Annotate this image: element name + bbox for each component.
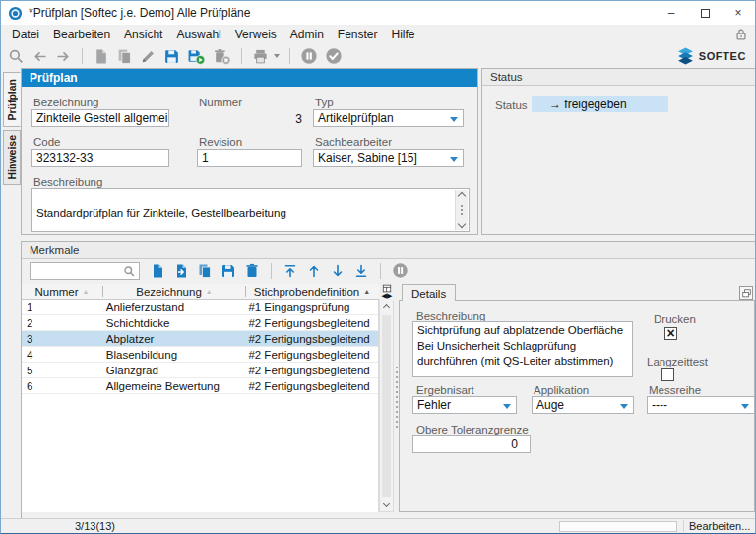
table-cell-nummer: 6 <box>22 378 102 393</box>
menu-fenster[interactable]: Fenster <box>331 26 385 43</box>
back-icon[interactable] <box>32 48 48 65</box>
mode-indicator: Bearbeiten... <box>689 520 750 532</box>
table-scrollbar[interactable] <box>379 300 394 512</box>
table-row[interactable]: 3Abplatzer#2 Fertigungsbegleitend <box>22 331 378 347</box>
table-cell-bezeichnung: Blasenbildung <box>102 347 245 362</box>
scroll-up-icon[interactable] <box>458 192 466 200</box>
scroll-up-button[interactable] <box>380 300 393 314</box>
restore-panel-button[interactable] <box>739 286 753 300</box>
lock-icon[interactable] <box>734 28 748 41</box>
bezeichnung-input[interactable]: Zinkteile Gestell allgemein <box>32 109 169 127</box>
sachbearbeiter-dropdown[interactable]: Kaiser, Sabine [15] <box>313 149 464 167</box>
copy-row-icon[interactable] <box>197 263 213 279</box>
row-pause-icon[interactable] <box>392 262 409 279</box>
code-input[interactable]: 323132-33 <box>32 149 169 167</box>
close-button[interactable]: × <box>722 1 755 25</box>
menu-bearbeiten[interactable]: Bearbeiten <box>46 26 117 43</box>
table-row[interactable]: 5Glanzgrad#2 Fertigungsbegleitend <box>22 363 378 378</box>
restore-panel-icon <box>742 289 751 298</box>
applikation-label: Applikation <box>534 384 589 396</box>
merkmale-panel: Merkmale <box>21 241 756 520</box>
menu-ansicht[interactable]: Ansicht <box>117 26 169 43</box>
maximize-button[interactable] <box>688 1 722 25</box>
copy-document-icon[interactable] <box>116 48 133 65</box>
edit-pencil-icon[interactable] <box>140 48 157 65</box>
scroll-thumb[interactable] <box>382 315 391 497</box>
langzeittest-checkbox[interactable] <box>662 368 674 381</box>
delete-row-icon[interactable] <box>244 263 260 279</box>
print-icon[interactable] <box>252 48 269 65</box>
beschreibung-scrollbar[interactable] <box>455 190 468 230</box>
drucken-label: Drucken <box>654 313 696 325</box>
typ-dropdown[interactable]: Artikelprüfplan <box>313 109 464 127</box>
search-icon <box>123 265 136 278</box>
table-cell-stichprobe: #1 Eingangsprüfung <box>244 300 378 314</box>
move-first-icon[interactable] <box>283 263 298 279</box>
menu-hilfe[interactable]: Hilfe <box>385 26 422 43</box>
app-icon <box>8 6 23 21</box>
delete-icon[interactable] <box>213 48 231 65</box>
column-header-bezeichnung[interactable]: Bezeichnung ▲ <box>103 284 245 299</box>
sort-asc-icon: ▲ <box>83 288 90 295</box>
merkmale-table-body: 1Anlieferzustand#1 Eingangsprüfung2Schic… <box>22 300 379 512</box>
forward-icon[interactable] <box>55 48 72 65</box>
menu-datei[interactable]: Datei <box>5 26 46 43</box>
column-header-nummer[interactable]: Nummer ▲ <box>22 284 102 299</box>
table-row[interactable]: 6Allgemeine Bewertung#2 Fertigungsbeglei… <box>22 378 378 394</box>
move-last-icon[interactable] <box>353 263 369 279</box>
new-document-icon[interactable] <box>93 48 109 65</box>
column-header-stichprobendefinition[interactable]: Stichprobendefinition ▲ <box>246 284 378 299</box>
tab-details[interactable]: Details <box>402 284 456 301</box>
save-icon[interactable] <box>163 48 180 65</box>
minimize-button[interactable]: – <box>655 1 688 25</box>
insert-row-icon[interactable] <box>173 263 189 279</box>
menu-verweis[interactable]: Verweis <box>228 26 284 43</box>
obere-toleranzgrenze-input[interactable]: 0 <box>412 435 531 453</box>
menu-auswahl[interactable]: Auswahl <box>169 26 227 43</box>
tab-pruefplan[interactable]: Prüfplan <box>3 72 21 127</box>
softec-logo: SOFTEC <box>677 47 746 65</box>
move-up-icon[interactable] <box>306 263 322 279</box>
merkmale-search-input[interactable] <box>30 262 140 280</box>
search-icon[interactable] <box>8 48 25 65</box>
menubar: Datei Bearbeiten Ansicht Auswahl Verweis… <box>1 25 755 44</box>
sort-asc-icon: ▲ <box>363 288 370 295</box>
print-dropdown-icon[interactable] <box>274 54 280 58</box>
tab-details-label: Details <box>411 288 446 300</box>
move-down-icon[interactable] <box>330 263 346 279</box>
tab-hinweise-label: Hinweise <box>6 135 18 180</box>
pause-icon[interactable] <box>300 47 318 65</box>
collapse-table-button[interactable]: ◀▶ <box>379 284 395 300</box>
scroll-down-icon[interactable] <box>458 220 466 228</box>
scroll-down-button[interactable] <box>380 498 393 511</box>
sachbearbeiter-label: Sachbearbeiter <box>315 136 392 148</box>
table-row[interactable]: 4Blasenbildung#2 Fertigungsbegleitend <box>22 347 378 363</box>
complete-check-icon[interactable] <box>325 47 343 65</box>
nummer-label: Nummer <box>199 97 242 108</box>
messreihe-dropdown[interactable]: ---- <box>647 396 755 414</box>
revision-input[interactable]: 1 <box>197 149 302 167</box>
beschreibung-textarea[interactable]: Standardprüfplan für Zinkteile, Gestellb… <box>32 188 470 232</box>
revision-label: Revision <box>199 136 242 148</box>
save-row-icon[interactable] <box>220 263 236 279</box>
status-badge: → freigegeben <box>532 96 668 112</box>
tab-hinweise[interactable]: Hinweise <box>3 130 21 185</box>
details-beschreibung-textarea[interactable]: Sichtprüfung auf abplatzende Oberfläche … <box>412 321 633 377</box>
menu-admin[interactable]: Admin <box>284 26 331 43</box>
save-activate-icon[interactable] <box>187 48 206 65</box>
table-cell-stichprobe: #2 Fertigungsbegleitend <box>244 331 378 346</box>
table-row[interactable]: 1Anlieferzustand#1 Eingangsprüfung <box>22 300 378 315</box>
ergebnisart-dropdown[interactable]: Fehler <box>412 396 517 414</box>
table-cell-nummer: 4 <box>22 347 102 362</box>
new-row-icon[interactable] <box>150 263 165 279</box>
details-panel: Details Beschreibung Sichtprüfung auf ab… <box>399 284 755 519</box>
drucken-checkbox[interactable] <box>664 327 677 340</box>
applikation-dropdown[interactable]: Auge <box>532 396 634 414</box>
pruefplan-header: Prüfplan <box>22 69 477 87</box>
tab-pruefplan-label: Prüfplan <box>6 79 18 121</box>
collapse-left-icon[interactable]: ◀▶ <box>382 293 393 299</box>
statusbar: 3/13(13) Bearbeiten... <box>1 518 755 533</box>
table-row[interactable]: 2Schichtdicke#2 Fertigungsbegleitend <box>22 315 378 331</box>
status-panel: Status Status → freigegeben <box>481 68 756 235</box>
main-toolbar: SOFTEC <box>1 44 755 68</box>
